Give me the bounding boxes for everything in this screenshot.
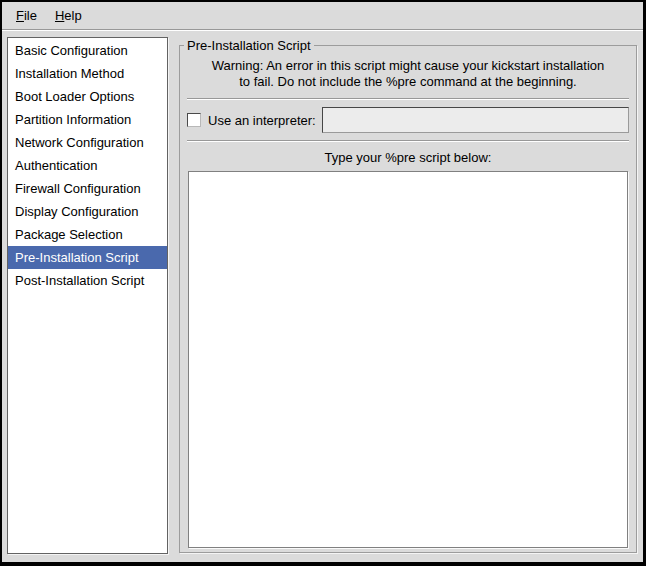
category-list: Basic Configuration Installation Method … bbox=[7, 37, 168, 554]
frame-title: Pre-Installation Script bbox=[184, 38, 314, 53]
sidebar-item-authentication[interactable]: Authentication bbox=[8, 154, 167, 177]
interpreter-input[interactable] bbox=[322, 107, 629, 133]
menu-help[interactable]: Help bbox=[46, 4, 91, 27]
sidebar-item-display-configuration[interactable]: Display Configuration bbox=[8, 200, 167, 223]
sidebar-item-basic-configuration[interactable]: Basic Configuration bbox=[8, 39, 167, 62]
menu-help-label: elp bbox=[64, 8, 81, 23]
use-interpreter-label: Use an interpreter: bbox=[208, 113, 316, 128]
sidebar-item-pre-installation-script[interactable]: Pre-Installation Script bbox=[8, 246, 167, 269]
separator bbox=[187, 140, 629, 142]
use-interpreter-checkbox[interactable] bbox=[187, 113, 201, 127]
menu-file-label: ile bbox=[24, 8, 37, 23]
separator bbox=[187, 98, 629, 100]
sidebar-item-post-installation-script[interactable]: Post-Installation Script bbox=[8, 269, 167, 292]
kickstart-configurator-window: File Help Basic Configuration Installati… bbox=[0, 0, 646, 566]
pre-installation-script-frame: Pre-Installation Script Warning: An erro… bbox=[179, 45, 637, 553]
sidebar-item-installation-method[interactable]: Installation Method bbox=[8, 62, 167, 85]
sidebar-item-package-selection[interactable]: Package Selection bbox=[8, 223, 167, 246]
sidebar-item-partition-information[interactable]: Partition Information bbox=[8, 108, 167, 131]
menu-file[interactable]: File bbox=[7, 4, 46, 27]
sidebar-item-boot-loader-options[interactable]: Boot Loader Options bbox=[8, 85, 167, 108]
pre-script-textarea[interactable] bbox=[188, 171, 628, 548]
sidebar-item-firewall-configuration[interactable]: Firewall Configuration bbox=[8, 177, 167, 200]
script-prompt-label: Type your %pre script below: bbox=[180, 150, 636, 165]
warning-text: Warning: An error in this script might c… bbox=[180, 58, 636, 89]
interpreter-row: Use an interpreter: bbox=[187, 106, 629, 134]
sidebar-item-network-configuration[interactable]: Network Configuration bbox=[8, 131, 167, 154]
warning-line-2: to fail. Do not include the %pre command… bbox=[180, 74, 636, 90]
menu-help-mnemonic: H bbox=[55, 8, 64, 23]
menubar: File Help bbox=[2, 2, 643, 30]
menu-file-mnemonic: F bbox=[16, 8, 24, 23]
warning-line-1: Warning: An error in this script might c… bbox=[180, 58, 636, 74]
